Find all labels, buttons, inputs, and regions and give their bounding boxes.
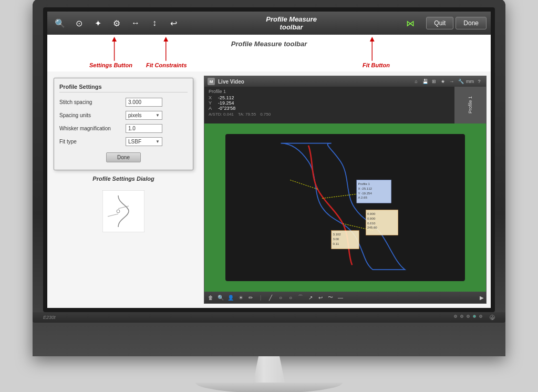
live-video-title: Live Video <box>218 79 244 85</box>
settings-dialog: Profile Settings Stitch spacing Spacing … <box>54 78 193 170</box>
lv-units-label: mm <box>466 79 474 84</box>
lv-pen-icon[interactable]: ✏ <box>246 293 255 302</box>
y-coord-row: Y -19.254 <box>209 100 271 106</box>
a-label: A <box>209 106 215 111</box>
svg-text:3.102: 3.102 <box>333 232 341 236</box>
lv-user-icon[interactable]: 👤 <box>226 293 235 302</box>
x-coord-row: X -25.112 <box>209 95 271 100</box>
profile-thumbnail <box>102 190 144 232</box>
live-video-info: Profile 1 X -25.112 Y -19.254 <box>204 87 275 123</box>
stitch-spacing-row: Stitch spacing <box>59 98 188 107</box>
extra-item-2: TA: 79.55 <box>238 112 256 117</box>
indicator-1 <box>454 315 457 318</box>
power-icon: ⏻ <box>491 316 494 319</box>
lv-arrow-icon[interactable]: → <box>448 78 456 85</box>
fit-button-annotation: Fit Button <box>363 62 390 68</box>
a-coord-row: A -0°23'58 <box>209 106 271 111</box>
stitch-spacing-label: Stitch spacing <box>59 99 122 105</box>
svg-text:3.00: 3.00 <box>333 237 339 241</box>
settings-icon[interactable]: ⚙ <box>108 15 125 32</box>
lv-home-icon[interactable]: ⌂ <box>412 78 420 85</box>
y-value: -19.254 <box>218 100 234 106</box>
search-icon[interactable]: 🔍 <box>51 15 68 32</box>
fit-constraints-icon[interactable]: ↩ <box>165 15 182 32</box>
monitor-indicators: ⏻ <box>454 315 495 320</box>
lv-separator-1: | <box>256 293 265 302</box>
lv-save-icon[interactable]: 💾 <box>421 78 429 85</box>
settings-dialog-title: Profile Settings <box>59 84 188 92</box>
settings-button-annotation: Settings Button <box>89 62 132 68</box>
lv-delete-icon[interactable]: 🗑 <box>206 293 215 302</box>
lv-arc-icon[interactable]: ⌒ <box>296 293 305 302</box>
profile-sidebar: Profile 1 <box>454 87 486 123</box>
x-value: -25.112 <box>218 95 234 100</box>
live-video-container: M Live Video ⌂ 💾 ⊞ ★ → 🔧 mm <box>204 76 487 304</box>
video-black-area: Profile 1 X -25.112 Y -19.254 A 2.65 0.9… <box>225 134 465 281</box>
brightness-icon[interactable]: ✦ <box>89 15 106 32</box>
lv-sun-icon[interactable]: ☀ <box>236 293 245 302</box>
lv-grid-icon[interactable]: ⊞ <box>430 78 438 85</box>
svg-text:A 2.65: A 2.65 <box>358 195 368 199</box>
stitch-spacing-input[interactable] <box>126 98 162 107</box>
lv-wave-icon[interactable]: 〜 <box>326 293 335 302</box>
fit-type-label: Fit type <box>59 139 122 145</box>
lv-star-icon[interactable]: ★ <box>439 78 447 85</box>
whisker-magnification-input[interactable] <box>126 124 162 133</box>
monitor-bottom-bar: E230t ⏻ <box>33 312 505 323</box>
fit-type-row: Fit type LSBF ▼ <box>59 137 188 146</box>
profile-measure-annotation: Profile Measure toolbar <box>231 40 307 48</box>
lv-curve-icon[interactable]: ↗ <box>306 293 315 302</box>
svg-line-9 <box>290 180 318 190</box>
fit-type-arrow: ▼ <box>156 139 160 144</box>
lv-dash-icon[interactable]: — <box>336 293 345 302</box>
main-toolbar: 🔍 ⊙ ✦ ⚙ ↔ ↕ ↩ Profile Measure toolbar ⋈ … <box>47 12 491 35</box>
svg-text:0.610: 0.610 <box>367 221 376 225</box>
live-video-icon: M <box>208 78 215 85</box>
lv-line-icon[interactable]: ╱ <box>266 293 275 302</box>
quit-button[interactable]: Quit <box>426 17 453 29</box>
lv-zoom-icon[interactable]: 🔍 <box>216 293 225 302</box>
globe-icon[interactable]: ⊙ <box>70 15 87 32</box>
video-section: M Live Video ⌂ 💾 ⊞ ★ → 🔧 mm <box>202 74 489 306</box>
resize-horizontal-icon[interactable]: ↔ <box>127 15 144 32</box>
spacing-units-arrow: ▼ <box>156 113 160 118</box>
profile-svg: Profile 1 X -25.112 Y -19.254 A 2.65 0.9… <box>225 134 465 281</box>
svg-text:0.900: 0.900 <box>367 216 376 220</box>
lv-circle1-icon[interactable]: ○ <box>276 293 285 302</box>
spacing-units-label: Spacing units <box>59 112 122 118</box>
x-label: X <box>209 95 215 100</box>
monitor-brand: E230t <box>43 315 56 320</box>
svg-text:Y -19.254: Y -19.254 <box>358 191 373 195</box>
lv-bottom-toolbar: 🗑 🔍 👤 ☀ ✏ | ╱ ○ ○ ⌒ ↗ <box>204 292 486 303</box>
live-video-main[interactable]: Profile 1 X -25.112 Y -19.254 A 2.65 0.9… <box>204 123 486 292</box>
svg-text:X -25.112: X -25.112 <box>358 187 373 190</box>
extra-item-3: 0.750 <box>260 112 271 117</box>
whisker-magnification-label: Whisker magnification <box>59 126 122 131</box>
fit-type-select[interactable]: LSBF ▼ <box>126 137 162 146</box>
lv-scroll-right-arrow[interactable]: ▶ <box>480 295 484 301</box>
svg-rect-3 <box>102 190 144 232</box>
settings-done-button[interactable]: Done <box>106 152 141 162</box>
settings-dialog-label: Profile Settings Dialog <box>54 176 193 182</box>
fit-button[interactable]: ⋈ <box>401 14 420 33</box>
monitor-stand-base <box>195 383 343 392</box>
indicator-3 <box>467 315 470 318</box>
extra-item-1: A/STD: 0.041 <box>209 112 234 117</box>
svg-text:Profile 1: Profile 1 <box>358 182 370 185</box>
lv-help-icon[interactable]: ? <box>475 78 483 85</box>
spacing-units-select[interactable]: pixels ▼ <box>126 111 162 120</box>
screen-bezel: 🔍 ⊙ ✦ ⚙ ↔ ↕ ↩ Profile Measure toolbar ⋈ … <box>43 7 495 312</box>
spacing-units-value: pixels <box>128 112 142 118</box>
monitor: 🔍 ⊙ ✦ ⚙ ↔ ↕ ↩ Profile Measure toolbar ⋈ … <box>33 0 505 356</box>
a-value: -0°23'58 <box>218 106 235 111</box>
lv-circle2-icon[interactable]: ○ <box>286 293 295 302</box>
lv-undo-icon[interactable]: ↩ <box>316 293 325 302</box>
resize-vertical-icon[interactable]: ↕ <box>146 15 163 32</box>
settings-panel: Profile Settings Stitch spacing Spacing … <box>47 71 200 308</box>
power-button[interactable]: ⏻ <box>490 315 495 320</box>
lv-wrench-icon[interactable]: 🔧 <box>457 78 464 85</box>
done-button[interactable]: Done <box>456 17 487 29</box>
live-video-info-area: Profile 1 X -25.112 Y -19.254 <box>204 87 486 123</box>
annotation-area: Settings Button Fit Constraints Profile … <box>47 35 491 71</box>
live-video-titlebar: M Live Video ⌂ 💾 ⊞ ★ → 🔧 mm <box>204 76 486 87</box>
